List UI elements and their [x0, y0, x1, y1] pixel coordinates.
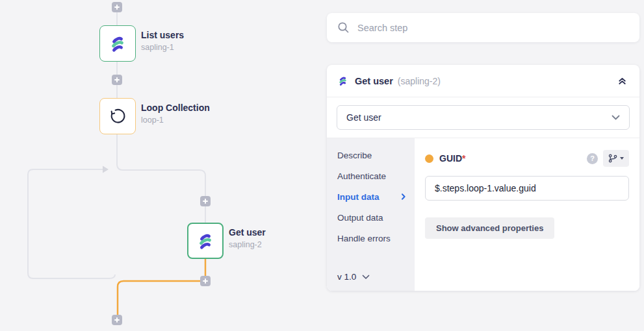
- tab-handle-errors[interactable]: Handle errors: [327, 228, 415, 249]
- chevron-right-icon: [402, 193, 406, 200]
- search-icon: [337, 21, 350, 34]
- version-label: v 1.0: [337, 272, 356, 282]
- chevron-down-icon: [362, 275, 370, 280]
- input-data-content: GUID* ?: [415, 138, 639, 291]
- guid-input[interactable]: [425, 176, 629, 201]
- step-node-list-users[interactable]: [99, 25, 136, 62]
- node-step-id: sapling-2: [229, 239, 266, 250]
- git-branch-icon: [608, 154, 617, 163]
- collapse-panel-button[interactable]: [615, 74, 629, 88]
- loop-icon: [108, 106, 127, 126]
- node-title: Loop Collection: [141, 103, 210, 114]
- help-icon[interactable]: ?: [587, 153, 598, 164]
- node-label: Loop Collection loop-1: [141, 103, 210, 125]
- field-label: GUID*: [439, 153, 465, 164]
- data-mapping-button[interactable]: [603, 150, 629, 167]
- version-selector[interactable]: v 1.0: [337, 272, 370, 282]
- operation-select[interactable]: Get user: [337, 105, 630, 130]
- sapling-icon: [196, 231, 215, 251]
- node-label: List users sapling-1: [141, 30, 184, 53]
- step-node-loop-collection[interactable]: [99, 98, 136, 134]
- node-step-id: sapling-1: [141, 42, 184, 53]
- add-step-button[interactable]: [200, 196, 211, 206]
- node-title: Get user: [229, 227, 266, 238]
- show-advanced-properties-button[interactable]: Show advanced properties: [425, 217, 554, 239]
- guid-field-row: GUID* ?: [425, 150, 629, 167]
- step-properties-panel: Get user (sapling-2) Get user Describe: [327, 65, 639, 291]
- panel-step-title: Get user: [355, 76, 393, 86]
- panel-side-nav: Describe Authenticate Input data Output …: [327, 138, 415, 291]
- tab-input-data[interactable]: Input data: [327, 186, 415, 207]
- workflow-canvas[interactable]: List users sapling-1 Loop Collection loo…: [0, 0, 325, 331]
- tab-output-data[interactable]: Output data: [327, 207, 415, 228]
- panel-step-id: (sapling-2): [398, 76, 441, 86]
- caret-down-icon: [620, 157, 624, 160]
- double-chevron-up-icon: [617, 75, 628, 86]
- node-title: List users: [141, 30, 184, 41]
- sapling-icon: [108, 34, 127, 53]
- add-step-button[interactable]: [112, 315, 122, 325]
- sapling-icon: [337, 75, 348, 86]
- active-path: [118, 259, 205, 315]
- required-dot-icon: [425, 154, 433, 163]
- operation-select-value: Get user: [346, 112, 381, 123]
- add-step-button[interactable]: [200, 276, 211, 286]
- search-step-bar: [327, 13, 639, 42]
- node-step-id: loop-1: [141, 115, 210, 125]
- panel-header: Get user (sapling-2): [327, 65, 639, 97]
- panel-body: Describe Authenticate Input data Output …: [327, 138, 639, 291]
- required-asterisk: *: [462, 153, 465, 164]
- step-node-get-user[interactable]: [187, 223, 224, 259]
- tab-describe[interactable]: Describe: [327, 145, 415, 166]
- add-step-button[interactable]: [112, 75, 122, 85]
- loop-return-arrow: [103, 166, 109, 173]
- node-label: Get user sapling-2: [229, 227, 266, 250]
- add-step-button[interactable]: [112, 2, 122, 12]
- operation-select-row: Get user: [327, 97, 639, 138]
- tab-authenticate[interactable]: Authenticate: [327, 166, 415, 186]
- search-step-input[interactable]: [357, 23, 629, 33]
- chevron-down-icon: [612, 115, 620, 121]
